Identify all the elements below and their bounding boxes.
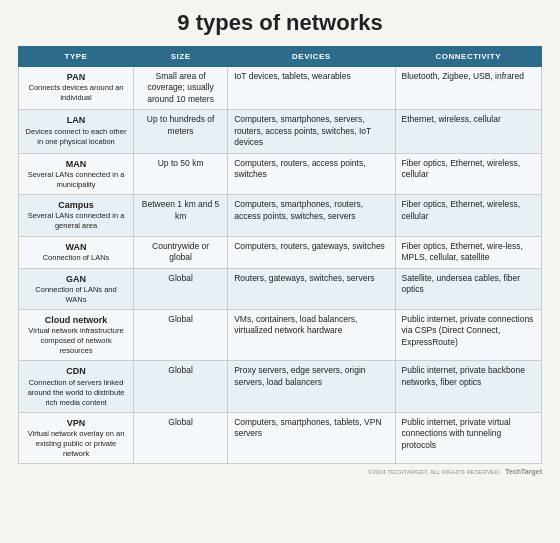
type-desc: Connection of LANs (25, 253, 127, 263)
cell-type: LANDevices connect to each other in one … (19, 110, 134, 153)
cell-connectivity: Satellite, undersea cables, fiber optics (395, 268, 541, 309)
type-name: Cloud network (25, 314, 127, 326)
type-desc: Connects devices around an individual (25, 83, 127, 103)
cell-size: Small area of coverage; usually around 1… (134, 67, 228, 110)
type-desc: Several LANs connected in a municipality (25, 170, 127, 190)
copyright: ©2024 TECHTARGET, ALL RIGHTS RESERVED (368, 469, 499, 475)
cell-devices: Computers, smartphones, servers, routers… (228, 110, 395, 153)
cell-connectivity: Fiber optics, Ethernet, wireless, cellul… (395, 195, 541, 236)
type-name: MAN (25, 158, 127, 170)
cell-type: MANSeveral LANs connected in a municipal… (19, 153, 134, 194)
footer: ©2024 TECHTARGET, ALL RIGHTS RESERVED Te… (18, 468, 542, 475)
cell-connectivity: Public internet, private backbone networ… (395, 361, 541, 413)
type-name: WAN (25, 241, 127, 253)
cell-size: Global (134, 412, 228, 464)
cell-connectivity: Bluetooth, Zigbee, USB, infrared (395, 67, 541, 110)
cell-type: VPNVirtual network overlay on an existin… (19, 412, 134, 464)
header-type: TYPE (19, 47, 134, 67)
cell-devices: Computers, routers, gateways, switches (228, 236, 395, 268)
networks-table: TYPE SIZE DEVICES CONNECTIVITY PANConnec… (18, 46, 542, 464)
type-desc: Connection of servers linked around the … (25, 378, 127, 408)
page: 9 types of networks TYPE SIZE DEVICES CO… (0, 0, 560, 543)
cell-size: Up to hundreds of meters (134, 110, 228, 153)
table-row: Cloud networkVirtual network infrastruct… (19, 309, 542, 361)
cell-connectivity: Fiber optics, Ethernet, wire-less, MPLS,… (395, 236, 541, 268)
cell-size: Up to 50 km (134, 153, 228, 194)
type-name: VPN (25, 417, 127, 429)
table-row: GANConnection of LANs and WANsGlobalRout… (19, 268, 542, 309)
type-desc: Virtual network infrastructure composed … (25, 326, 127, 356)
type-desc: Virtual network overlay on an existing p… (25, 429, 127, 459)
cell-devices: IoT devices, tablets, wearables (228, 67, 395, 110)
cell-type: PANConnects devices around an individual (19, 67, 134, 110)
type-name: GAN (25, 273, 127, 285)
header-connectivity: CONNECTIVITY (395, 47, 541, 67)
type-desc: Devices connect to each other in one phy… (25, 127, 127, 147)
cell-size: Global (134, 309, 228, 361)
table-row: VPNVirtual network overlay on an existin… (19, 412, 542, 464)
cell-connectivity: Public internet, private connections via… (395, 309, 541, 361)
header-size: SIZE (134, 47, 228, 67)
table-row: PANConnects devices around an individual… (19, 67, 542, 110)
table-row: MANSeveral LANs connected in a municipal… (19, 153, 542, 194)
cell-devices: Routers, gateways, switches, servers (228, 268, 395, 309)
table-row: WANConnection of LANsCountrywide or glob… (19, 236, 542, 268)
cell-type: WANConnection of LANs (19, 236, 134, 268)
cell-devices: Computers, routers, access points, switc… (228, 153, 395, 194)
header-devices: DEVICES (228, 47, 395, 67)
cell-type: CDNConnection of servers linked around t… (19, 361, 134, 413)
cell-devices: Proxy servers, edge servers, origin serv… (228, 361, 395, 413)
table-row: CDNConnection of servers linked around t… (19, 361, 542, 413)
cell-devices: VMs, containers, load balancers, virtual… (228, 309, 395, 361)
cell-connectivity: Ethernet, wireless, cellular (395, 110, 541, 153)
cell-connectivity: Fiber optics, Ethernet, wireless, cellul… (395, 153, 541, 194)
cell-devices: Computers, smartphones, tablets, VPN ser… (228, 412, 395, 464)
table-row: CampusSeveral LANs connected in a genera… (19, 195, 542, 236)
cell-size: Global (134, 361, 228, 413)
cell-type: Cloud networkVirtual network infrastruct… (19, 309, 134, 361)
type-name: PAN (25, 71, 127, 83)
type-desc: Connection of LANs and WANs (25, 285, 127, 305)
type-name: LAN (25, 114, 127, 126)
type-desc: Several LANs connected in a general area (25, 211, 127, 231)
cell-size: Countrywide or global (134, 236, 228, 268)
brand-logo: TechTarget (505, 468, 542, 475)
table-row: LANDevices connect to each other in one … (19, 110, 542, 153)
cell-size: Between 1 km and 5 km (134, 195, 228, 236)
cell-devices: Computers, smartphones, routers, access … (228, 195, 395, 236)
cell-connectivity: Public internet, private virtual connect… (395, 412, 541, 464)
cell-size: Global (134, 268, 228, 309)
type-name: Campus (25, 199, 127, 211)
cell-type: CampusSeveral LANs connected in a genera… (19, 195, 134, 236)
cell-type: GANConnection of LANs and WANs (19, 268, 134, 309)
page-title: 9 types of networks (177, 10, 382, 36)
type-name: CDN (25, 365, 127, 377)
